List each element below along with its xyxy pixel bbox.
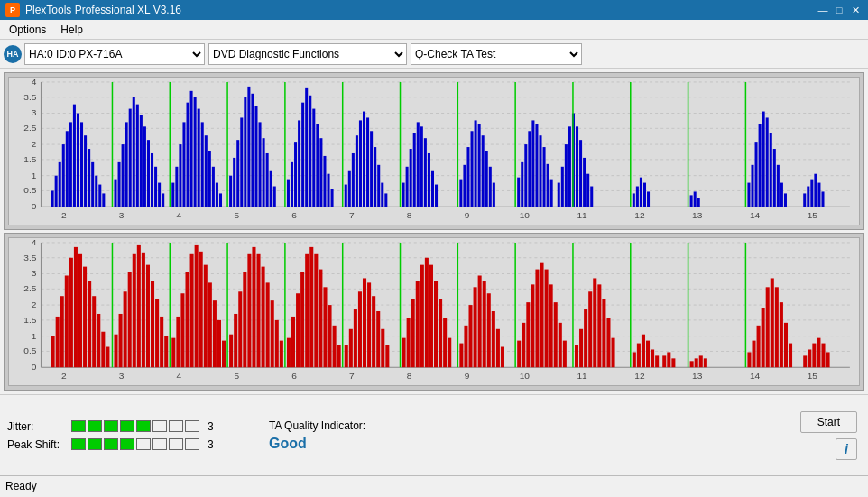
svg-rect-331 xyxy=(545,270,549,368)
close-button[interactable]: ✕ xyxy=(848,3,863,17)
minimize-button[interactable]: — xyxy=(816,3,830,17)
svg-rect-103 xyxy=(323,156,326,207)
svg-rect-139 xyxy=(489,167,492,207)
svg-rect-323 xyxy=(501,347,504,368)
svg-rect-242 xyxy=(128,272,132,368)
quality-label: TA Quality Indicator: xyxy=(269,419,365,432)
svg-rect-60 xyxy=(154,167,157,207)
svg-rect-118 xyxy=(384,193,387,207)
svg-rect-82 xyxy=(240,117,243,207)
svg-rect-186 xyxy=(807,187,809,207)
svg-text:0.5: 0.5 xyxy=(23,346,37,356)
svg-rect-299 xyxy=(381,329,384,367)
svg-text:2: 2 xyxy=(32,299,37,309)
svg-rect-332 xyxy=(549,284,553,367)
svg-rect-36 xyxy=(62,144,65,207)
svg-rect-226 xyxy=(56,317,60,367)
svg-rect-278 xyxy=(287,338,291,368)
top-chart-svg: 4 3.5 3 2.5 2 1.5 1 0.5 0 2 3 4 5 6 7 8 … xyxy=(9,78,859,225)
svg-rect-72 xyxy=(201,122,204,207)
svg-rect-339 xyxy=(584,309,587,367)
svg-rect-42 xyxy=(84,135,87,207)
peakshift-value: 3 xyxy=(208,438,214,451)
svg-text:0.5: 0.5 xyxy=(23,186,37,196)
svg-text:9: 9 xyxy=(465,210,470,220)
svg-rect-261 xyxy=(213,300,217,367)
svg-rect-350 xyxy=(646,341,650,368)
svg-rect-318 xyxy=(478,275,482,367)
svg-text:4: 4 xyxy=(177,210,182,220)
menu-options[interactable]: Options xyxy=(4,22,51,38)
svg-rect-146 xyxy=(531,120,534,207)
menu-help[interactable]: Help xyxy=(55,22,88,38)
svg-text:2: 2 xyxy=(61,371,67,381)
svg-rect-366 xyxy=(766,287,770,367)
device-selector: HA HA:0 ID:0 PX-716A xyxy=(4,43,205,65)
svg-text:2: 2 xyxy=(32,139,37,149)
peakshift-seg-4 xyxy=(120,438,134,450)
svg-rect-348 xyxy=(637,344,641,368)
svg-rect-86 xyxy=(254,106,257,207)
svg-rect-107 xyxy=(345,185,347,207)
svg-rect-365 xyxy=(762,308,765,367)
svg-rect-265 xyxy=(229,335,233,368)
svg-rect-133 xyxy=(466,147,469,207)
svg-rect-287 xyxy=(328,305,332,367)
svg-rect-41 xyxy=(80,122,83,207)
info-button[interactable]: i xyxy=(836,438,857,460)
bottom-panel: Jitter: 3 Peak Shift: xyxy=(0,394,868,475)
svg-rect-51 xyxy=(122,144,125,207)
device-select[interactable]: HA:0 ID:0 PX-716A xyxy=(24,43,205,65)
svg-rect-286 xyxy=(323,287,327,367)
svg-rect-255 xyxy=(185,272,189,368)
jitter-seg-3 xyxy=(104,420,118,432)
svg-rect-153 xyxy=(561,167,564,207)
svg-rect-245 xyxy=(142,253,145,367)
jitter-value: 3 xyxy=(208,420,214,433)
svg-rect-311 xyxy=(443,318,447,367)
svg-rect-175 xyxy=(751,165,753,207)
svg-text:3: 3 xyxy=(119,210,125,220)
svg-rect-231 xyxy=(78,254,82,367)
svg-rect-179 xyxy=(766,117,769,207)
svg-rect-327 xyxy=(526,302,530,367)
svg-rect-52 xyxy=(125,122,128,207)
svg-rect-128 xyxy=(431,171,434,207)
svg-rect-143 xyxy=(521,162,523,207)
start-button[interactable]: Start xyxy=(800,411,857,433)
svg-rect-357 xyxy=(690,361,694,367)
svg-text:2: 2 xyxy=(61,210,67,220)
svg-rect-181 xyxy=(773,149,776,207)
svg-rect-259 xyxy=(204,265,208,368)
peakshift-seg-8 xyxy=(185,438,199,450)
svg-rect-351 xyxy=(651,349,654,367)
svg-rect-108 xyxy=(348,171,351,207)
svg-rect-59 xyxy=(151,153,153,207)
svg-rect-101 xyxy=(316,124,319,207)
svg-rect-256 xyxy=(190,254,194,367)
svg-rect-367 xyxy=(771,278,774,367)
svg-rect-132 xyxy=(463,165,466,207)
svg-rect-95 xyxy=(294,142,297,207)
svg-rect-375 xyxy=(817,338,820,368)
function-select[interactable]: DVD Diagnostic Functions xyxy=(208,43,407,65)
svg-rect-373 xyxy=(808,349,811,367)
svg-rect-377 xyxy=(826,352,830,367)
device-icon: HA xyxy=(4,45,22,63)
svg-rect-333 xyxy=(554,302,558,367)
maximize-button[interactable]: □ xyxy=(832,3,846,17)
svg-rect-288 xyxy=(333,326,337,367)
svg-rect-142 xyxy=(517,178,520,207)
svg-rect-300 xyxy=(385,345,389,368)
mode-select[interactable]: Q-Check TA Test xyxy=(411,43,582,65)
svg-rect-232 xyxy=(83,267,87,368)
svg-rect-134 xyxy=(471,131,474,207)
svg-rect-239 xyxy=(114,335,117,368)
svg-rect-304 xyxy=(411,299,415,367)
quality-value: Good xyxy=(269,436,307,452)
svg-text:15: 15 xyxy=(808,210,818,220)
svg-text:10: 10 xyxy=(520,371,531,381)
svg-rect-246 xyxy=(146,265,150,368)
svg-rect-75 xyxy=(212,167,215,207)
svg-rect-49 xyxy=(114,180,116,207)
